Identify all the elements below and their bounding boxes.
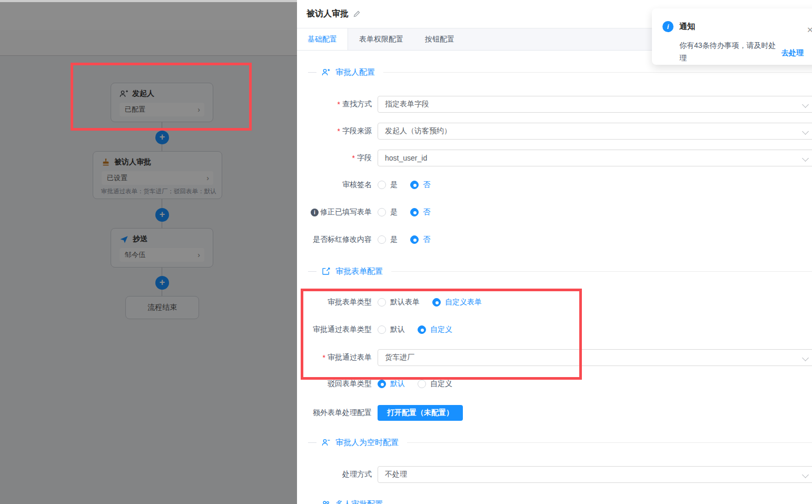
config-panel: 被访人审批 基础配置 表单权限配置 按钮配置 审批人配置 *查找方式 指定表单字…: [297, 0, 812, 504]
formtype-custom-radio[interactable]: [432, 298, 441, 307]
tab-basic-config[interactable]: 基础配置: [297, 28, 348, 50]
rejecttype-default-radio[interactable]: [378, 380, 386, 388]
top-strip: [0, 0, 297, 2]
lookup-method-select[interactable]: 指定表单字段: [378, 96, 812, 113]
section-approver-config: 审批人配置: [308, 66, 812, 78]
amend-no-radio[interactable]: [410, 208, 419, 216]
passtype-default-radio[interactable]: [378, 325, 386, 334]
close-icon[interactable]: ✕: [807, 25, 812, 35]
amend-yes-label[interactable]: 是: [390, 207, 398, 217]
formtype-default-radio[interactable]: [378, 298, 386, 307]
rejecttype-custom-label[interactable]: 自定义: [430, 379, 452, 389]
open-config-button[interactable]: 打开配置（未配置）: [378, 405, 463, 421]
field-label-lookup: *查找方式: [297, 96, 372, 113]
chevron-down-icon: [802, 101, 809, 108]
sign-yes-radio[interactable]: [378, 181, 386, 189]
field-source-select[interactable]: 发起人（访客预约）: [378, 123, 812, 140]
rejecttype-radio-group: 默认 自定义: [378, 375, 465, 392]
page-title: 被访人审批: [306, 8, 349, 19]
edit-square-icon: [322, 267, 330, 275]
redmark-no-radio[interactable]: [410, 235, 419, 244]
tab-button-config[interactable]: 按钮配置: [414, 28, 465, 50]
field-label-formtype: 审批表单类型: [297, 294, 372, 311]
amend-radio-group: 是 否: [378, 204, 443, 221]
redmark-yes-radio[interactable]: [378, 235, 386, 244]
field-select[interactable]: host_user_id: [378, 150, 812, 166]
passtype-default-label[interactable]: 默认: [390, 325, 405, 334]
rejecttype-default-label[interactable]: 默认: [390, 379, 405, 389]
sign-radio-group: 是 否: [378, 176, 443, 193]
sign-no-radio[interactable]: [410, 181, 419, 189]
info-circle-icon: i: [662, 21, 674, 32]
field-label-extra-config: 额外表单处理配置: [297, 404, 372, 421]
chevron-down-icon: [802, 128, 809, 135]
workflow-canvas: + + + 发起人 已配置 › 被访人审批: [0, 0, 297, 504]
edit-title-icon[interactable]: [353, 10, 361, 18]
field-label-sign: 审核签名: [297, 176, 372, 193]
field-label-source: *字段来源: [297, 123, 372, 140]
handle-method-select[interactable]: 不处理: [378, 466, 812, 483]
section-approver-empty-config: 审批人为空时配置: [308, 437, 812, 448]
dim-overlay: [0, 0, 297, 504]
formtype-custom-label[interactable]: 自定义表单: [445, 298, 482, 307]
chevron-down-icon: [802, 471, 809, 478]
users-icon: [322, 500, 330, 504]
section-approval-form-config: 审批表单配置: [308, 265, 812, 277]
info-icon: i: [311, 209, 319, 216]
redmark-yes-label[interactable]: 是: [390, 235, 398, 244]
field-label-handle-method: 处理方式: [297, 466, 372, 483]
amend-no-label[interactable]: 否: [423, 207, 430, 217]
sign-yes-label[interactable]: 是: [390, 180, 398, 190]
rejecttype-custom-radio[interactable]: [418, 380, 426, 388]
passtype-custom-label[interactable]: 自定义: [430, 325, 452, 334]
notification-body: 你有43条待办事项，请及时处理: [679, 39, 783, 64]
section-multi-approver-config: 多人审批配置: [308, 498, 812, 504]
formtype-default-label[interactable]: 默认表单: [390, 298, 420, 307]
field-label-passform: *审批通过表单: [297, 349, 372, 366]
redmark-no-label[interactable]: 否: [423, 235, 430, 244]
notification-title: 通知: [679, 22, 695, 32]
redmark-radio-group: 是 否: [378, 231, 443, 248]
user-minus-icon: [322, 438, 330, 447]
go-handle-link[interactable]: 去处理: [781, 48, 804, 58]
user-plus-icon: [322, 68, 330, 76]
sign-no-label[interactable]: 否: [423, 180, 430, 190]
field-label-field: *字段: [297, 150, 372, 166]
tab-form-permission-config[interactable]: 表单权限配置: [348, 28, 414, 50]
amend-yes-radio[interactable]: [378, 208, 386, 216]
notification-toast: i 通知 你有43条待办事项，请及时处理 去处理 ✕: [652, 8, 812, 65]
field-label-passtype: 审批通过表单类型: [297, 321, 372, 338]
field-label-rejecttype: 驳回表单类型: [297, 375, 372, 392]
chevron-down-icon: [802, 155, 809, 162]
passtype-custom-radio[interactable]: [418, 325, 426, 334]
chevron-down-icon: [802, 354, 809, 361]
passtype-radio-group: 默认 自定义: [378, 321, 465, 338]
field-label-amend: i 修正已填写表单: [297, 204, 372, 221]
pass-form-select[interactable]: 货车进厂: [378, 349, 812, 366]
field-label-redmark: 是否标红修改内容: [297, 231, 372, 248]
formtype-radio-group: 默认表单 自定义表单: [378, 294, 494, 311]
